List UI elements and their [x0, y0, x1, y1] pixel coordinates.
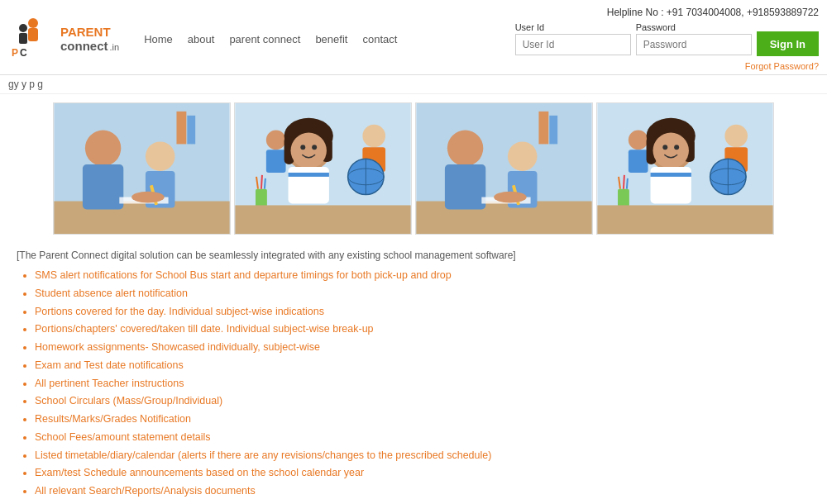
feature-item: Student absence alert notification: [35, 286, 810, 302]
image-strip: [0, 94, 827, 243]
nav-about[interactable]: about: [188, 33, 215, 45]
feature-list: SMS alert notifications for School Bus s…: [17, 268, 810, 504]
svg-rect-7: [176, 112, 186, 145]
image-1: [53, 102, 231, 235]
image-2: [234, 102, 412, 235]
password-input[interactable]: [636, 34, 752, 55]
svg-rect-71: [597, 205, 772, 234]
svg-rect-8: [187, 116, 195, 145]
helpline-text: Helpline No : +91 7034004008, +918593889…: [607, 7, 819, 18]
svg-point-64: [674, 145, 679, 150]
logo-connect: connect: [60, 39, 108, 53]
svg-rect-44: [445, 164, 485, 209]
svg-rect-54: [629, 150, 648, 173]
header-right: Helpline No : +91 7034004008, +918593889…: [515, 7, 819, 71]
feature-item: School Circulars (Mass/Group/Individual): [35, 393, 810, 409]
svg-point-53: [629, 131, 648, 150]
svg-line-69: [624, 175, 624, 189]
svg-rect-11: [83, 164, 123, 209]
feature-item: Exam/test Schedule announcements based o…: [35, 465, 810, 481]
svg-point-51: [724, 125, 748, 148]
content-area: [The Parent Connect digital solution can…: [0, 243, 827, 504]
svg-rect-33: [289, 173, 329, 177]
svg-rect-40: [538, 112, 548, 145]
userid-input[interactable]: [515, 34, 631, 55]
svg-line-37: [265, 178, 265, 189]
svg-rect-3: [19, 33, 27, 44]
image-3: [415, 102, 593, 235]
userid-group: User Id: [515, 22, 631, 55]
svg-point-20: [266, 131, 286, 150]
svg-point-29: [290, 133, 326, 169]
nav-home[interactable]: Home: [144, 33, 173, 45]
svg-point-62: [653, 133, 688, 169]
svg-point-12: [146, 141, 175, 171]
svg-rect-65: [651, 167, 691, 203]
svg-point-18: [362, 125, 385, 148]
feature-item: All relevant Search/Reports/Analysis doc…: [35, 483, 810, 499]
svg-rect-9: [54, 202, 229, 235]
feature-item: Listed timetable/diary/calendar (alerts …: [35, 448, 810, 464]
signin-button[interactable]: Sign In: [757, 31, 819, 56]
svg-rect-66: [651, 173, 691, 177]
password-group: Password: [636, 22, 752, 55]
logo-icon: P C: [8, 17, 54, 62]
header: P C PARENT connect .in Home about parent…: [0, 0, 827, 75]
svg-rect-32: [289, 167, 329, 203]
svg-point-0: [28, 18, 38, 28]
svg-point-30: [300, 145, 305, 150]
svg-point-63: [662, 145, 667, 150]
feature-item: School Fees/amount statement details: [35, 430, 810, 445]
feature-item: All pertinent Teacher instructions: [35, 376, 810, 392]
logo-in: .in: [110, 42, 120, 52]
svg-text:C: C: [20, 47, 27, 59]
svg-point-45: [508, 141, 538, 171]
userid-label: User Id: [515, 22, 544, 32]
feature-item: Homework assignments- Showcased individu…: [35, 340, 810, 355]
forgot-password-link[interactable]: Forgot Password?: [745, 61, 819, 71]
nav-contact[interactable]: contact: [362, 33, 397, 45]
svg-rect-41: [549, 116, 557, 145]
feature-item: SMS alert notifications for School Bus s…: [35, 268, 810, 283]
svg-point-43: [447, 131, 483, 166]
sub-header: gy y p g: [0, 75, 827, 94]
nav-parent-connect[interactable]: parent connect: [229, 33, 300, 45]
svg-point-16: [131, 192, 165, 203]
feature-item: Portions covered for the day. Individual…: [35, 304, 810, 320]
feature-item: Exam and Test date notifications: [35, 358, 810, 373]
login-row: User Id Password Sign In: [515, 21, 819, 56]
svg-point-10: [85, 131, 121, 166]
feature-item: Portions/chapters' covered/taken till da…: [35, 321, 810, 337]
intro-text: [The Parent Connect digital solution can…: [17, 250, 810, 261]
svg-rect-42: [416, 202, 591, 235]
logo-area: P C PARENT connect .in: [8, 17, 119, 62]
svg-line-36: [261, 175, 262, 189]
svg-rect-21: [266, 150, 286, 173]
svg-rect-1: [28, 28, 38, 41]
logo-parent: PARENT: [60, 25, 111, 39]
svg-point-2: [19, 24, 27, 32]
password-label: Password: [636, 22, 676, 32]
image-4: [596, 102, 774, 235]
sub-header-text: gy y p g: [8, 78, 43, 90]
svg-rect-38: [235, 205, 410, 234]
nav-benefit[interactable]: benefit: [315, 33, 347, 45]
feature-item: Results/Marks/Grades Notification: [35, 411, 810, 427]
svg-line-70: [627, 178, 628, 189]
svg-text:P: P: [12, 47, 18, 59]
svg-point-49: [494, 192, 527, 203]
nav: Home about parent connect benefit contac…: [136, 33, 397, 45]
svg-point-31: [312, 145, 317, 150]
